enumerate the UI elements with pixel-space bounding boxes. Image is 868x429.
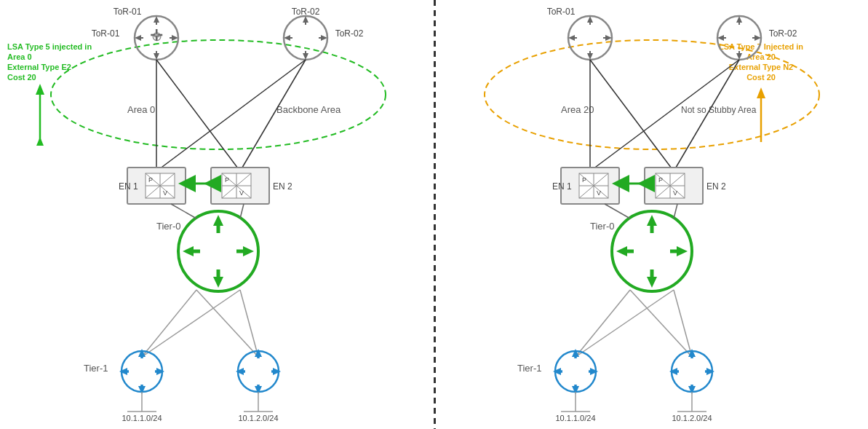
right-t1a-up-arrow <box>572 349 579 357</box>
left-en2-label: EN 2 <box>273 181 292 192</box>
left-tor02-en1-line <box>156 60 306 171</box>
left-panel: LSA Type 5 injected in Area 0 External T… <box>0 0 434 429</box>
left-tor01-label: ToR-01 <box>92 28 120 39</box>
left-subnet2-label: 10.1.2.0/24 <box>238 414 278 422</box>
right-down-arrowhead <box>647 277 657 288</box>
right-area20-label: Area 20 <box>561 104 594 115</box>
right-t1b-left-arrow <box>669 368 677 375</box>
left-t1b-up-arrow <box>255 349 262 357</box>
right-en1-v-text: V <box>597 189 601 197</box>
right-en2-v-text: V <box>673 189 677 197</box>
right-nssa-label: Not so Stubby Area <box>681 105 757 115</box>
right-right-arrowhead <box>677 246 688 256</box>
left-t1a-right-arrow <box>156 368 164 375</box>
right-t1a-left-arrow <box>553 368 561 375</box>
right-tor02-name: ToR-02 <box>769 28 797 39</box>
right-tier1-label: Tier-1 <box>517 363 541 374</box>
right-en1-p-text: P <box>582 176 586 184</box>
left-tor02-en2-line <box>240 60 306 171</box>
left-annotation-line2: Area 0 <box>7 52 32 61</box>
left-en2-p-text: P <box>225 176 229 184</box>
main-container: LSA Type 5 injected in Area 0 External T… <box>0 0 868 429</box>
left-tier0-tier1a-line1 <box>142 290 196 357</box>
left-t1a-left-arrow <box>119 368 127 375</box>
right-tier0-label: Tier-0 <box>590 221 614 232</box>
right-tor02-en2-line <box>674 60 739 171</box>
right-panel: LSA Type 7 Injected in Area 20 External … <box>434 0 868 429</box>
left-tor02-name: ToR-02 <box>335 28 364 39</box>
right-tier0-tier1a-line2 <box>576 290 674 357</box>
right-en2-label: EN 2 <box>706 181 726 192</box>
left-annotation-line4: Cost 20 <box>7 73 36 82</box>
left-tor01-name: ToR-01 <box>114 7 142 17</box>
right-up-arrowhead <box>647 215 657 226</box>
right-en2-tier0-line <box>674 204 677 219</box>
left-en2-v-text: V <box>239 189 244 197</box>
left-en2-tier0-line <box>240 204 244 219</box>
right-en1-label: EN 1 <box>552 181 572 192</box>
left-t1b-left-arrow <box>236 368 244 375</box>
right-en2-p-text: P <box>658 176 663 184</box>
right-t1a-right-arrow <box>590 368 598 375</box>
left-t1a-up-arrow <box>138 349 146 357</box>
left-right-arrowhead <box>243 246 254 256</box>
left-area0-label: Area 0 <box>127 104 155 115</box>
right-tor01-en2-line <box>590 60 674 171</box>
right-annotation-line3: External Type N2 <box>729 63 793 71</box>
right-tor01-name: ToR-01 <box>547 7 576 17</box>
right-t1b-up-arrow <box>688 349 696 357</box>
left-subnet1-label: 10.1.1.0/24 <box>122 414 162 422</box>
right-annotation-arrowhead <box>757 87 765 98</box>
right-t1b-right-arrow <box>706 368 714 375</box>
right-en1-tier0-line <box>605 204 630 219</box>
panel-divider <box>434 0 436 429</box>
left-left-arrowhead <box>183 246 194 256</box>
left-tor01-arrows: ✛ <box>150 26 163 44</box>
left-annotation-line1: LSA Type 5 injected in <box>7 42 92 51</box>
left-t1b-right-arrow <box>273 368 281 375</box>
left-tor01-en2-line <box>156 60 240 171</box>
left-tier1-label: Tier-1 <box>84 363 108 374</box>
right-left-arrowhead <box>616 246 627 256</box>
left-area-ellipse <box>51 40 386 149</box>
right-subnet1-label: 10.1.1.0/24 <box>555 414 595 422</box>
left-annotation-arrow-up <box>36 84 44 95</box>
left-en1-v-text: V <box>163 189 167 197</box>
left-tier0-tier1a-line2 <box>142 290 240 357</box>
left-en1-tier0-line <box>171 204 196 219</box>
left-up-arrowhead <box>213 215 223 226</box>
left-tier0-label: Tier-0 <box>156 221 180 232</box>
right-tier0-tier1a-line1 <box>576 290 630 357</box>
left-tor02-label: ToR-02 <box>292 7 320 17</box>
left-backbone-label: Backbone Area <box>276 104 341 115</box>
left-down-arrowhead <box>213 277 223 288</box>
right-tor02-en1-line <box>590 60 739 171</box>
left-en1-label: EN 1 <box>119 181 138 192</box>
left-annotation-line3: External Type E2 <box>7 63 71 71</box>
right-annotation-line4: Cost 20 <box>746 73 776 82</box>
left-en1-p-text: P <box>148 176 153 184</box>
right-subnet2-label: 10.1.2.0/24 <box>672 414 712 422</box>
